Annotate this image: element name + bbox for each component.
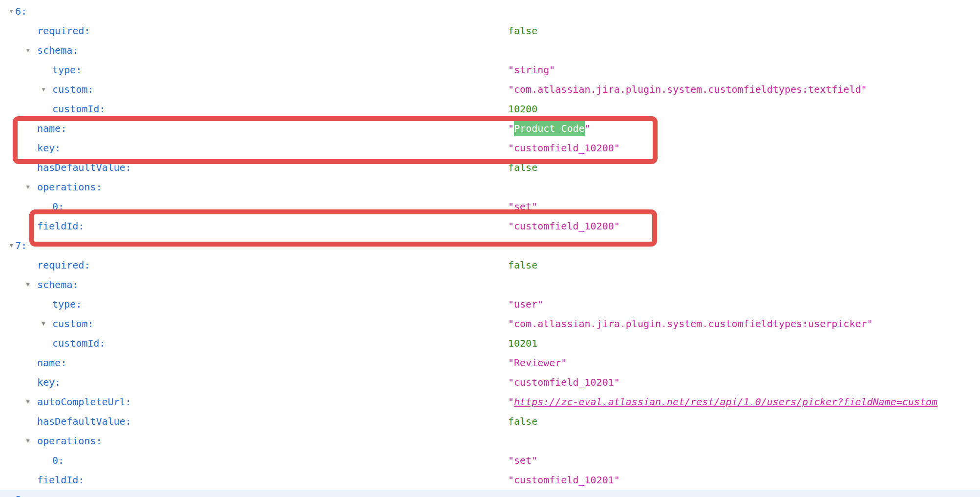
- json-key: type:: [52, 294, 82, 314]
- json-key: required:: [37, 21, 90, 41]
- json-key: schema:: [37, 275, 78, 294]
- json-value: 10200: [508, 99, 537, 119]
- json-row[interactable]: required:false: [0, 21, 980, 41]
- json-row[interactable]: type:"user": [0, 294, 980, 314]
- json-row[interactable]: hasDefaultValue:false: [0, 412, 980, 431]
- json-value: "customfield_10201": [508, 470, 620, 490]
- expand-triangle-icon[interactable]: ▼: [22, 177, 33, 197]
- expand-triangle-icon[interactable]: ▼: [22, 431, 33, 451]
- json-row[interactable]: key:"customfield_10200": [0, 138, 980, 158]
- json-row[interactable]: ▼operations:: [0, 431, 980, 451]
- json-row[interactable]: ▼autoCompleteUrl:"https://zc-eval.atlass…: [0, 392, 980, 412]
- json-row[interactable]: ▼schema:: [0, 41, 980, 60]
- json-row[interactable]: customId:10200: [0, 99, 980, 119]
- json-key: autoCompleteUrl:: [37, 392, 131, 412]
- json-row[interactable]: key:"customfield_10201": [0, 373, 980, 392]
- json-key: schema:: [37, 41, 78, 60]
- json-value: false: [508, 158, 537, 177]
- json-value: false: [508, 255, 537, 275]
- json-key: name:: [37, 353, 66, 373]
- json-key: key:: [37, 373, 61, 392]
- json-key: key:: [37, 138, 61, 158]
- json-key: operations:: [37, 177, 102, 197]
- json-row[interactable]: fieldId:"customfield_10200": [0, 216, 980, 236]
- json-value: "string": [508, 60, 555, 80]
- json-tree-viewer: ▼6:required:false▼schema:type:"string"▼c…: [0, 0, 980, 497]
- expand-triangle-icon[interactable]: ▼: [38, 80, 49, 99]
- json-value: "customfield_10200": [508, 138, 620, 158]
- json-row[interactable]: hasDefaultValue:false: [0, 158, 980, 177]
- json-row[interactable]: ▼operations:: [0, 177, 980, 197]
- json-key: 8:: [15, 490, 27, 497]
- json-row[interactable]: name:"Product Code": [0, 119, 980, 138]
- expand-triangle-icon[interactable]: ▼: [22, 275, 33, 294]
- json-value: "https://zc-eval.atlassian.net/rest/api/…: [508, 392, 937, 412]
- json-key: fieldId:: [37, 216, 84, 236]
- json-row[interactable]: 0:"set": [0, 197, 980, 216]
- autocomplete-url-link[interactable]: https://zc-eval.atlassian.net/rest/api/1…: [514, 396, 937, 408]
- json-key: 0:: [52, 451, 64, 470]
- json-value: false: [508, 21, 537, 41]
- json-value: "customfield_10201": [508, 373, 620, 392]
- json-key: 6:: [15, 1, 27, 21]
- json-value: "com.atlassian.jira.plugin.system.custom…: [508, 314, 873, 333]
- json-value: "set": [508, 197, 537, 216]
- json-value: "user": [508, 294, 543, 314]
- json-row[interactable]: ▼custom:"com.atlassian.jira.plugin.syste…: [0, 314, 980, 333]
- json-key: 0:: [52, 197, 64, 216]
- json-value: "Reviewer": [508, 353, 567, 373]
- json-key: customId:: [52, 333, 105, 353]
- json-key: type:: [52, 60, 82, 80]
- json-row[interactable]: required:false: [0, 255, 980, 275]
- json-key: fieldId:: [37, 470, 84, 490]
- quote-mark: ": [508, 123, 514, 134]
- json-row[interactable]: type:"string": [0, 60, 980, 80]
- json-key: name:: [37, 119, 66, 138]
- json-value: "customfield_10200": [508, 216, 620, 236]
- json-key: customId:: [52, 99, 105, 119]
- json-row[interactable]: name:"Reviewer": [0, 353, 980, 373]
- json-key: hasDefaultValue:: [37, 158, 131, 177]
- json-key: hasDefaultValue:: [37, 412, 131, 431]
- quote-mark: ": [508, 396, 514, 408]
- json-row[interactable]: ▼8:: [0, 490, 980, 497]
- json-key: operations:: [37, 431, 102, 451]
- json-key: custom:: [52, 314, 93, 333]
- expand-triangle-icon[interactable]: ▼: [22, 41, 33, 60]
- selected-text: Product Code: [514, 121, 585, 136]
- json-value: "Product Code": [508, 119, 591, 138]
- json-value: "com.atlassian.jira.plugin.system.custom…: [508, 80, 867, 99]
- json-row[interactable]: customId:10201: [0, 333, 980, 353]
- expand-triangle-icon[interactable]: ▼: [38, 314, 49, 333]
- quote-mark: ": [585, 123, 591, 134]
- expand-triangle-icon[interactable]: ▼: [22, 392, 33, 412]
- json-key: required:: [37, 255, 90, 275]
- json-value: "set": [508, 451, 537, 470]
- json-row[interactable]: ▼7:: [0, 236, 980, 255]
- json-row[interactable]: 0:"set": [0, 451, 980, 470]
- json-key: custom:: [52, 80, 93, 99]
- json-value: false: [508, 412, 537, 431]
- json-row[interactable]: ▼6:: [0, 1, 980, 21]
- json-key: 7:: [15, 236, 27, 255]
- json-row[interactable]: ▼custom:"com.atlassian.jira.plugin.syste…: [0, 80, 980, 99]
- json-value: 10201: [508, 333, 537, 353]
- json-row[interactable]: ▼schema:: [0, 275, 980, 294]
- json-row[interactable]: fieldId:"customfield_10201": [0, 470, 980, 490]
